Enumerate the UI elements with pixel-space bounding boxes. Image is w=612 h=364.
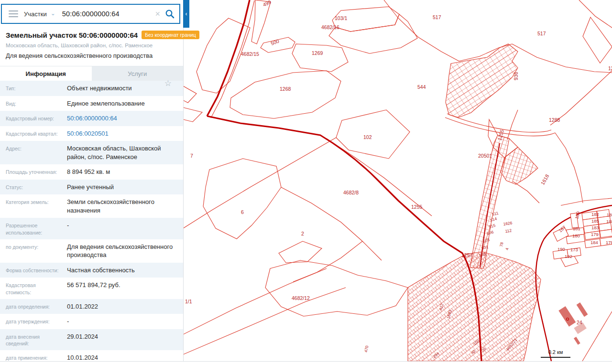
row-label: дата определения: — [6, 302, 62, 311]
search-category-select[interactable]: Участки — [24, 11, 47, 18]
table-row: Адрес:Московская область, Шаховской райо… — [0, 141, 183, 164]
map-parcel-label: 6 — [241, 209, 244, 215]
map-parcel-label: 4682/15 — [241, 51, 259, 57]
search-input[interactable]: 50:06:0000000:64 — [62, 10, 151, 18]
map-parcel-label: 1268 — [280, 86, 291, 92]
parcel-header: Земельный участок 50:06:0000000:64 Без к… — [0, 25, 183, 59]
settlement-grid-areas — [408, 44, 541, 361]
map-parcel-label: 112 — [505, 228, 512, 234]
table-row: дата внесения сведений:29.01.2024 — [0, 329, 183, 350]
map-parcel-label: 20501 — [478, 153, 492, 159]
map-parcel-label: 936 — [513, 72, 519, 80]
menu-icon[interactable] — [9, 9, 18, 19]
no-borders-badge: Без координат границ — [142, 31, 199, 39]
map-parcel-label: 103/1 — [335, 15, 347, 21]
table-row: Кадастровый квартал:50:06:0020501 — [0, 126, 183, 141]
row-value: 8 894 952 кв. м — [62, 168, 179, 176]
map-parcel-label: 4 — [504, 247, 510, 251]
table-row: дата определения:01.01.2022 — [0, 299, 183, 314]
map-parcel-label: 173 — [570, 247, 578, 252]
row-label: Площадь уточненная: — [6, 168, 62, 176]
map-parcel-label: 178 — [606, 240, 612, 245]
row-value: 10.01.2024 — [62, 353, 179, 362]
map-scale-bar: 0.2 км — [541, 349, 570, 357]
row-value: Земли сельскохозяйственного назначения — [62, 198, 179, 214]
row-label: Тип: — [6, 84, 62, 93]
search-icon[interactable] — [165, 9, 175, 19]
map-parcel-label: 4682/16 — [321, 24, 339, 30]
tab-information[interactable]: Информация — [0, 66, 92, 81]
row-value-link[interactable]: 50:06:0000000:64 — [62, 114, 179, 123]
map-parcel-label: 517 — [537, 31, 546, 36]
table-row: Кадастровая стоимость:56 571 894,72 руб. — [0, 278, 183, 299]
row-label: Кадастровый номер: — [6, 114, 62, 123]
search-bar[interactable]: Участки ⌄ 50:06:0000000:64 × — [1, 4, 180, 24]
map-parcel-label: 182 — [591, 212, 599, 217]
row-value: Ранее учтенный — [62, 183, 179, 192]
map-parcel-label: 24 — [577, 320, 582, 325]
map-area[interactable]: 499103/14682/1651751750012694682/1512685… — [183, 0, 612, 361]
row-label: Форма собственности: — [6, 266, 62, 275]
row-value-link[interactable]: 50:06:0020501 — [62, 129, 179, 138]
table-row: Разрешенное использование:- — [0, 218, 183, 239]
table-row: Кадастровый номер:50:06:0000000:64 — [0, 111, 183, 126]
map-parcel-label: 102 — [363, 134, 372, 140]
row-label: Статус: — [6, 183, 62, 192]
parcel-address-subtitle: Московская область, Шаховской район, с/п… — [6, 43, 177, 48]
tab-bar: Информация Услуги — [0, 66, 183, 81]
map-parcel-label: 12 — [608, 65, 612, 71]
row-label: Адрес: — [6, 144, 62, 161]
row-value: Объект недвижимости — [62, 84, 179, 93]
map-parcel-label: 517 — [433, 14, 441, 20]
row-value: Единое землепользование — [62, 99, 179, 108]
row-label: Категория земель: — [6, 198, 62, 214]
table-row: Форма собственности:Частная собственност… — [0, 263, 183, 278]
row-value: 01.01.2022 — [62, 302, 179, 311]
map-parcel-label: 500 — [270, 38, 280, 46]
cadastral-map[interactable]: 499103/14682/1651751750012694682/1512685… — [183, 0, 612, 361]
map-labels-layer: 499103/14682/1651751750012694682/1512685… — [185, 0, 612, 359]
map-parcel-label: 1255 — [411, 204, 423, 210]
table-row: Статус:Ранее учтенный — [0, 180, 183, 195]
map-parcel-label: 180 — [572, 233, 580, 238]
map-parcel-label: 184 — [590, 240, 598, 245]
map-parcel-label: 1288 — [549, 117, 560, 123]
map-parcel-label: 185 — [591, 218, 599, 224]
app-window: Участки ⌄ 50:06:0000000:64 × Земельный у… — [0, 0, 612, 364]
row-label: Вид: — [6, 99, 62, 108]
row-value: 29.01.2024 — [62, 332, 179, 347]
row-label: Разрешенное использование: — [6, 221, 62, 236]
row-value: - — [62, 317, 179, 326]
table-row: Категория земель:Земли сельскохозяйствен… — [0, 194, 183, 218]
row-label: Кадастровая стоимость: — [6, 281, 62, 295]
map-parcel-label: 1618 — [539, 173, 550, 186]
map-parcel-label: 470 — [363, 345, 369, 353]
map-parcel-label: 1269 — [312, 50, 323, 56]
map-parcel-label: 1/1 — [185, 299, 192, 304]
row-label: по документу: — [6, 243, 62, 259]
chevron-down-icon[interactable]: ⌄ — [51, 10, 55, 17]
map-parcel-label: 188 — [606, 219, 612, 224]
row-label: Кадастровый квартал: — [6, 129, 62, 138]
map-parcel-label: 1626 — [503, 220, 513, 226]
parcel-info-panel: Участки ⌄ 50:06:0000000:64 × Земельный у… — [0, 0, 184, 361]
table-row: Вид:Единое землепользование — [0, 96, 183, 111]
row-label: дата утверждения: — [6, 317, 62, 326]
favorite-star-icon[interactable]: ☆ — [164, 79, 172, 87]
collapse-panel-button[interactable]: ‹ — [183, 0, 189, 28]
table-row: по документу:Для ведения сельскохозяйств… — [0, 239, 183, 263]
table-row: дата утверждения:- — [0, 314, 183, 329]
map-parcel-label: 1257 — [461, 252, 473, 258]
map-parcel-label: 4682/12 — [292, 295, 310, 301]
map-parcel-label: 192 — [565, 254, 572, 259]
clear-search-icon[interactable]: × — [155, 10, 160, 18]
map-parcel-label: 7 — [190, 153, 193, 159]
map-parcel-label: 2 — [301, 231, 304, 236]
parcel-usage-subtitle: Для ведения сельскохозяйственного произв… — [6, 52, 177, 59]
table-row: Тип:Объект недвижимости — [0, 81, 183, 96]
map-parcel-label: 179 — [591, 232, 599, 237]
map-parcel-label: 4682/8 — [343, 190, 359, 195]
map-parcel-label: 78 — [499, 242, 504, 247]
map-parcel-label: 511 — [492, 211, 499, 217]
numbered-parcel-blocks — [548, 209, 612, 268]
